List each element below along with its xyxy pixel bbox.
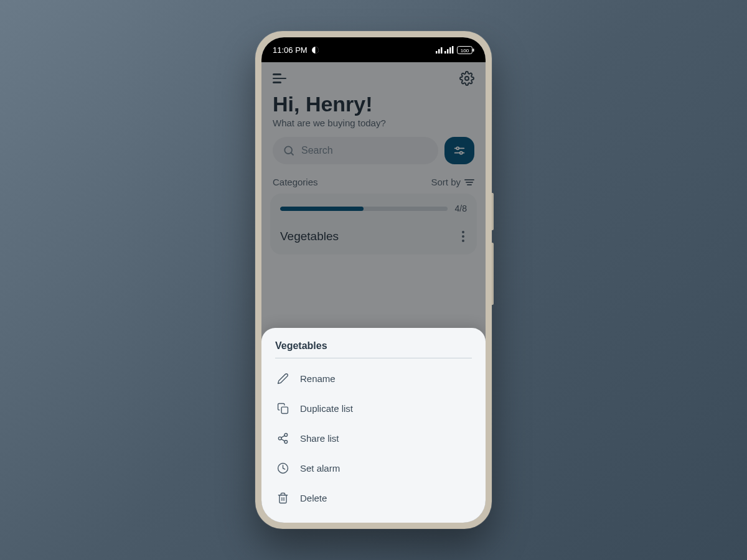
pencil-icon [276, 372, 289, 385]
clock-icon [276, 462, 289, 474]
svg-rect-2 [438, 49, 440, 54]
sheet-item-share[interactable]: Share list [275, 423, 472, 453]
trash-icon [276, 492, 289, 504]
svg-rect-1 [436, 51, 438, 54]
sheet-item-alarm[interactable]: Set alarm [275, 453, 472, 483]
svg-line-26 [281, 436, 284, 437]
sheet-item-label: Duplicate list [300, 403, 353, 414]
status-app-icon [311, 46, 319, 54]
screen: 11:06 PM 100 [261, 37, 486, 523]
sheet-item-label: Rename [300, 373, 336, 384]
sheet-item-label: Share list [300, 433, 339, 444]
svg-rect-4 [444, 51, 446, 54]
front-camera [369, 46, 378, 56]
phone-side-button [492, 243, 494, 305]
svg-rect-21 [281, 407, 288, 413]
signal-icon [436, 46, 454, 54]
svg-text:100: 100 [461, 47, 469, 53]
copy-icon [276, 402, 289, 414]
svg-rect-9 [473, 49, 474, 52]
share-icon [276, 432, 289, 444]
sheet-item-duplicate[interactable]: Duplicate list [275, 393, 472, 423]
svg-rect-6 [449, 47, 451, 54]
svg-rect-7 [452, 46, 454, 54]
svg-line-25 [281, 439, 284, 441]
svg-rect-3 [441, 47, 443, 54]
sheet-item-delete[interactable]: Delete [275, 483, 472, 513]
phone-frame: 11:06 PM 100 [255, 31, 492, 529]
sheet-item-label: Set alarm [300, 463, 340, 474]
phone-side-button [492, 193, 494, 230]
svg-rect-5 [447, 49, 449, 54]
sheet-item-rename[interactable]: Rename [275, 363, 472, 393]
app-content: Hi, Henry! What are we buying today? Sea… [261, 62, 486, 523]
bottom-sheet: Vegetables Rename Duplicate list [261, 328, 486, 523]
status-time: 11:06 PM [273, 45, 308, 55]
battery-icon: 100 [457, 46, 474, 54]
sheet-item-label: Delete [300, 493, 327, 503]
sheet-title: Vegetables [275, 340, 472, 358]
